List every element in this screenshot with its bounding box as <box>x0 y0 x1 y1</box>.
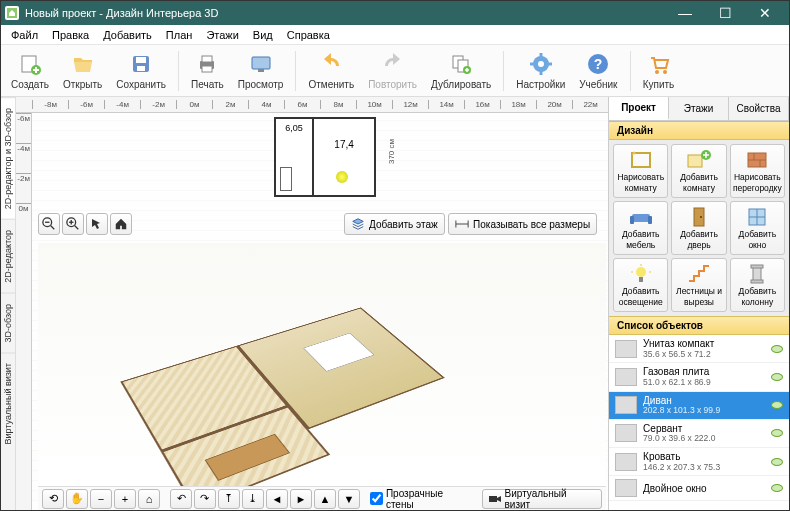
design-btn-add-door[interactable]: Добавитьдверь <box>671 201 726 255</box>
nav-left[interactable]: ◄ <box>266 489 288 509</box>
rotate-right[interactable]: ↷ <box>194 489 216 509</box>
left-tab-2d3d[interactable]: 2D-редактор и 3D-обзор <box>1 97 15 219</box>
floorplan-2d[interactable]: 6,05 17,4 370 см <box>274 117 376 197</box>
svg-rect-4 <box>136 57 146 63</box>
toolbar-redo[interactable]: Повторить <box>362 49 423 92</box>
rotate-left[interactable]: ↶ <box>170 489 192 509</box>
design-btn-add-light[interactable]: Добавитьосвещение <box>613 258 668 312</box>
show-dimensions-button[interactable]: Показывать все размеры <box>448 213 597 235</box>
pan-button[interactable]: ✋ <box>66 489 88 509</box>
toolbar-create[interactable]: Создать <box>5 49 55 92</box>
left-tab-strip: 2D-редактор и 3D-обзор 2D-редактор 3D-об… <box>1 97 16 510</box>
selected-object-marker[interactable] <box>336 171 348 183</box>
object-item[interactable]: Кровать146.2 x 207.3 x 75.3 <box>609 448 789 476</box>
visibility-toggle[interactable] <box>771 429 783 437</box>
design-btn-add-furniture[interactable]: Добавитьмебель <box>613 201 668 255</box>
view-3d[interactable] <box>38 243 606 486</box>
toolbar-preview[interactable]: Просмотр <box>232 49 290 92</box>
undo-icon <box>318 51 344 77</box>
svg-rect-10 <box>258 69 264 72</box>
nav-right[interactable]: ► <box>290 489 312 509</box>
maximize-button[interactable]: ☐ <box>705 1 745 25</box>
menu-edit[interactable]: Правка <box>46 27 95 43</box>
add-window-icon <box>744 206 770 228</box>
home-3d[interactable]: ⌂ <box>138 489 160 509</box>
tab-properties[interactable]: Свойства <box>729 97 789 120</box>
object-item[interactable]: Двойное окно <box>609 476 789 501</box>
tab-floors[interactable]: Этажи <box>669 97 729 120</box>
left-tab-vr[interactable]: Виртуальный визит <box>1 352 15 454</box>
add-door-icon <box>686 206 712 228</box>
toolbar-tutorial[interactable]: ?Учебник <box>573 49 623 92</box>
left-tab-2d[interactable]: 2D-редактор <box>1 219 15 293</box>
tilt-up[interactable]: ⤒ <box>218 489 240 509</box>
toolbar: СоздатьОткрытьСохранитьПечатьПросмотрОтм… <box>1 45 789 97</box>
svg-rect-44 <box>648 216 652 224</box>
menu-view[interactable]: Вид <box>247 27 279 43</box>
object-item[interactable]: Сервант79.0 x 39.6 x 222.0 <box>609 420 789 448</box>
design-btn-stairs[interactable]: Лестницы ивырезы <box>671 258 726 312</box>
right-tabs: Проект Этажи Свойства <box>609 97 789 121</box>
toolbar-settings[interactable]: Настройки <box>510 49 571 92</box>
menu-file[interactable]: Файл <box>5 27 44 43</box>
left-tab-3d[interactable]: 3D-обзор <box>1 293 15 353</box>
object-item[interactable]: Унитаз компакт35.6 x 56.5 x 71.2 <box>609 335 789 363</box>
design-btn-add-room[interactable]: Добавитькомнату <box>671 144 726 198</box>
visibility-toggle[interactable] <box>771 373 783 381</box>
dimension-icon <box>455 218 469 230</box>
zoom-out-3d[interactable]: − <box>90 489 112 509</box>
design-section-header: Дизайн <box>609 121 789 140</box>
minimize-button[interactable]: — <box>665 1 705 25</box>
add-light-icon <box>628 263 654 285</box>
stairs-icon <box>686 263 712 285</box>
nav-down[interactable]: ▼ <box>338 489 360 509</box>
create-icon <box>17 51 43 77</box>
transparent-walls-checkbox[interactable]: Прозрачные стены <box>370 488 474 510</box>
svg-rect-42 <box>632 214 650 222</box>
menu-plan[interactable]: План <box>160 27 199 43</box>
zoom-out-button[interactable] <box>38 213 60 235</box>
toolbar-buy[interactable]: Купить <box>637 49 681 92</box>
workspace: 2D-редактор и 3D-обзор 2D-редактор 3D-об… <box>1 97 789 510</box>
svg-point-23 <box>663 70 667 74</box>
home-button[interactable] <box>110 213 132 235</box>
orbit-button[interactable]: ⟲ <box>42 489 64 509</box>
draw-partition-icon <box>744 149 770 171</box>
toolbar-duplicate[interactable]: Дублировать <box>425 49 497 92</box>
tilt-down[interactable]: ⤓ <box>242 489 264 509</box>
visibility-toggle[interactable] <box>771 458 783 466</box>
menu-add[interactable]: Добавить <box>97 27 158 43</box>
design-btn-draw-room[interactable]: Нарисоватькомнату <box>613 144 668 198</box>
visibility-toggle[interactable] <box>771 401 783 409</box>
redo-icon <box>380 51 406 77</box>
canvas-area[interactable]: -6м-4м-2м0м 6,05 17,4 370 см <box>16 113 608 510</box>
zoom-in-button[interactable] <box>62 213 84 235</box>
object-item[interactable]: Диван202.8 x 101.3 x 99.9 <box>609 392 789 420</box>
svg-rect-35 <box>632 153 650 167</box>
visibility-toggle[interactable] <box>771 345 783 353</box>
close-button[interactable]: ✕ <box>745 1 785 25</box>
toolbar-print[interactable]: Печать <box>185 49 230 92</box>
svg-text:?: ? <box>594 56 603 72</box>
object-thumbnail <box>615 396 637 414</box>
add-floor-button[interactable]: Добавить этаж <box>344 213 445 235</box>
menu-help[interactable]: Справка <box>281 27 336 43</box>
toolbar-undo[interactable]: Отменить <box>302 49 360 92</box>
toolbar-open[interactable]: Открыть <box>57 49 108 92</box>
design-btn-add-column[interactable]: Добавитьколонну <box>730 258 785 312</box>
nav-up[interactable]: ▲ <box>314 489 336 509</box>
toolbar-save[interactable]: Сохранить <box>110 49 172 92</box>
design-btn-draw-partition[interactable]: Нарисоватьперегородку <box>730 144 785 198</box>
design-btn-add-window[interactable]: Добавитьокно <box>730 201 785 255</box>
svg-rect-5 <box>137 66 145 71</box>
virtual-visit-button[interactable]: Виртуальный визит <box>482 489 602 509</box>
object-thumbnail <box>615 424 637 442</box>
object-item[interactable]: Газовая плита51.0 x 62.1 x 86.9 <box>609 363 789 391</box>
zoom-in-3d[interactable]: + <box>114 489 136 509</box>
visibility-toggle[interactable] <box>771 484 783 492</box>
cursor-tool[interactable] <box>86 213 108 235</box>
buy-icon <box>646 51 672 77</box>
menu-floors[interactable]: Этажи <box>200 27 244 43</box>
ruler-vertical: -6м-4м-2м0м <box>16 113 32 510</box>
tab-project[interactable]: Проект <box>609 97 669 120</box>
